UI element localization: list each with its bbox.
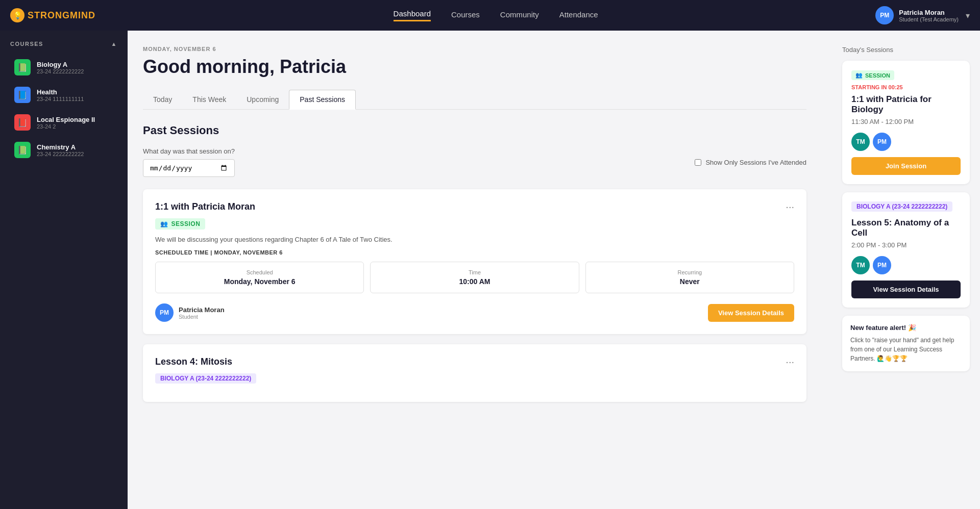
join-session-button[interactable]: Join Session (851, 157, 961, 175)
session-user-0: PM Patricia Moran Student (155, 303, 225, 322)
filter-row: What day was that session on? Show Only … (143, 147, 806, 177)
course-info-espionage: Local Espionage II 23-24 2 (37, 116, 95, 130)
starting-in-time: 00:25 (889, 84, 903, 90)
sidebar-item-chemistry-a[interactable]: 📗 Chemistry A 23-24 2222222222 (4, 137, 124, 163)
attended-filter[interactable]: Show Only Sessions I've Attended (695, 159, 806, 166)
avatar: PM (875, 6, 894, 24)
chevron-up-icon: ▲ (111, 41, 117, 47)
past-sessions-title: Past Sessions (143, 124, 806, 137)
nav-community[interactable]: Community (500, 10, 539, 21)
date-filter-label: What day was that session on? (143, 147, 235, 155)
session-badge-0: 👥 SESSION (155, 218, 205, 230)
tab-upcoming[interactable]: Upcoming (236, 90, 289, 110)
session-title-0: 1:1 with Patricia Moran (155, 201, 255, 212)
user-menu[interactable]: PM Patricia Moran Student (Test Academy)… (875, 6, 970, 24)
session-card-1: Lesson 4: Mitosis ··· BIOLOGY A (23-24 2… (143, 344, 806, 402)
logo-icon: 💡 (10, 8, 24, 22)
chevron-down-icon: ▾ (966, 11, 970, 20)
sidebar-item-biology-a[interactable]: 📗 Biology A 23-24 2222222222 (4, 54, 124, 81)
attended-checkbox[interactable] (695, 159, 701, 166)
session-card-0: 1:1 with Patricia Moran ··· 👥 SESSION We… (143, 189, 806, 334)
panel-title: Today's Sessions (842, 46, 970, 54)
nav-attendance[interactable]: Attendance (559, 10, 598, 21)
session-card-header-1: Lesson 4: Mitosis ··· (155, 357, 794, 367)
course-icon-health: 📘 (14, 87, 31, 103)
session-menu-button-1[interactable]: ··· (786, 357, 794, 367)
today-session-badge: 👥 SESSION (851, 70, 894, 80)
biology-course-tag: BIOLOGY A (23-24 2222222222) (851, 201, 952, 212)
view-session-details-button-0[interactable]: View Session Details (708, 304, 794, 322)
tab-past-sessions[interactable]: Past Sessions (289, 90, 356, 110)
session-badge-icon-sm: 👥 (855, 72, 863, 79)
biology-session-title: Lesson 5: Anatomy of a Cell (851, 218, 961, 238)
main-inner: MONDAY, NOVEMBER 6 Good morning, Patrici… (143, 46, 806, 402)
course-icon-chemistry-a: 📗 (14, 142, 31, 158)
course-info-health: Health 23-24 1111111111 (37, 88, 84, 102)
course-icon-espionage: 📕 (14, 114, 31, 131)
top-navigation: 💡 STRONGMIND Dashboard Courses Community… (0, 0, 980, 31)
sidebar-section-label: Courses (10, 41, 43, 47)
logo[interactable]: 💡 STRONGMIND (10, 8, 95, 22)
main-layout: Courses ▲ 📗 Biology A 23-24 2222222222 📘… (0, 31, 980, 509)
past-sessions-section: Past Sessions What day was that session … (143, 124, 806, 402)
user-info: Patricia Moran Student (Test Academy) (899, 9, 959, 22)
tab-bar: Today This Week Upcoming Past Sessions (143, 90, 806, 110)
date-input[interactable] (143, 159, 235, 177)
avatar-tm-session: TM (851, 133, 870, 151)
info-box-time: Time 10:00 AM (370, 262, 579, 293)
avatars-row: TM PM (851, 133, 961, 151)
view-session-details-button-right[interactable]: View Session Details (851, 281, 961, 298)
session-info-row-0: Scheduled Monday, November 6 Time 10:00 … (155, 262, 794, 293)
info-box-recurring: Recurring Never (585, 262, 794, 293)
today-session-card: 👥 SESSION STARTING IN 00:25 1:1 with Pat… (842, 61, 970, 184)
feature-alert-title: New feature alert! 🎉 (850, 324, 962, 332)
greeting: Good morning, Patricia (143, 56, 806, 78)
course-icon-biology-a: 📗 (14, 59, 31, 75)
logo-text: STRONGMIND (28, 10, 95, 21)
course-info-biology-a: Biology A 23-24 2222222222 (37, 61, 84, 74)
session-footer-0: PM Patricia Moran Student View Session D… (155, 303, 794, 322)
tab-this-week[interactable]: This Week (182, 90, 236, 110)
feature-alert: New feature alert! 🎉 Click to "raise you… (842, 316, 970, 371)
sidebar-header: Courses ▲ (0, 41, 128, 53)
course-tag-1: BIOLOGY A (23-24 2222222222) (155, 373, 256, 384)
user-avatar-pm: PM (155, 303, 174, 322)
starting-in: STARTING IN 00:25 (851, 84, 961, 90)
nav-links: Dashboard Courses Community Attendance (116, 9, 875, 21)
avatar-pm-biology: PM (873, 256, 891, 274)
user-name: Patricia Moran (899, 9, 959, 16)
tab-today[interactable]: Today (143, 90, 182, 110)
sidebar-item-espionage[interactable]: 📕 Local Espionage II 23-24 2 (4, 109, 124, 136)
course-info-chemistry-a: Chemistry A 23-24 2222222222 (37, 143, 84, 157)
session-title-1: Lesson 4: Mitosis (155, 357, 232, 367)
info-box-scheduled: Scheduled Monday, November 6 (155, 262, 364, 293)
biology-session-time: 2:00 PM - 3:00 PM (851, 241, 961, 249)
right-panel: Today's Sessions 👥 SESSION STARTING IN 0… (832, 31, 980, 509)
nav-dashboard[interactable]: Dashboard (394, 9, 431, 21)
biology-avatars-row: TM PM (851, 256, 961, 274)
avatar-tm-biology: TM (851, 256, 870, 274)
avatar-pm-session: PM (873, 133, 891, 151)
session-desc-0: We will be discussing your questions reg… (155, 236, 794, 243)
date-filter-group: What day was that session on? (143, 147, 235, 177)
session-scheduled-label-0: SCHEDULED TIME | MONDAY, NOVEMBER 6 (155, 249, 794, 256)
session-menu-button-0[interactable]: ··· (786, 201, 794, 212)
sidebar: Courses ▲ 📗 Biology A 23-24 2222222222 📘… (0, 31, 128, 509)
biology-session-card: BIOLOGY A (23-24 2222222222) Lesson 5: A… (842, 192, 970, 308)
date-label: MONDAY, NOVEMBER 6 (143, 46, 806, 52)
today-session-time: 11:30 AM - 12:00 PM (851, 118, 961, 125)
user-role: Student (Test Academy) (899, 16, 959, 22)
today-session-title: 1:1 with Patricia for Biology (851, 94, 961, 115)
sidebar-item-health[interactable]: 📘 Health 23-24 1111111111 (4, 82, 124, 108)
session-card-header-0: 1:1 with Patricia Moran ··· (155, 201, 794, 212)
user-details-0: Patricia Moran Student (179, 306, 225, 320)
session-badge-icon: 👥 (160, 220, 168, 227)
feature-alert-text: Click to "raise your hand" and get help … (850, 336, 962, 363)
nav-courses[interactable]: Courses (451, 10, 480, 21)
